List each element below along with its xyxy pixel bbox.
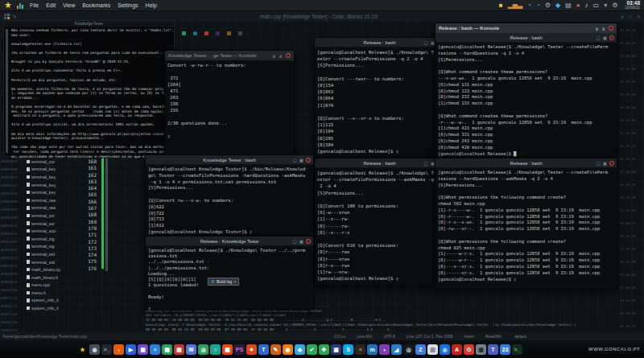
editor-scroll-handle[interactable] bbox=[105, 158, 108, 271]
star-icon[interactable]: ★ bbox=[4, 1, 12, 10]
close-tab-icon[interactable] bbox=[306, 158, 311, 163]
detach-tab-icon[interactable]: ▢ bbox=[424, 40, 428, 45]
remmina-icon[interactable]: m bbox=[367, 344, 378, 355]
scrollbar[interactable] bbox=[6, 29, 8, 153]
adobe-reader-icon[interactable]: A bbox=[452, 344, 462, 355]
file-list-item[interactable]: math_binary.cp bbox=[27, 265, 73, 274]
file-list-item[interactable]: terminal_scr bbox=[27, 212, 73, 220]
tab-menu-icon[interactable]: ▣ bbox=[299, 158, 303, 163]
close-icon[interactable]: × bbox=[233, 279, 236, 284]
telegram-icon[interactable]: T bbox=[258, 344, 269, 355]
file-list-item[interactable]: terminal_raw bbox=[27, 196, 73, 204]
maximize-icon[interactable]: ∧ bbox=[279, 53, 283, 59]
build-log-tab[interactable]: ⚙ Build log × bbox=[208, 278, 239, 286]
tab-release-bash[interactable]: Release : bash bbox=[510, 35, 542, 40]
teams-icon[interactable]: T bbox=[488, 344, 498, 355]
vpn-shield-icon[interactable]: ✚ bbox=[319, 344, 329, 355]
camera-icon[interactable]: ◎ bbox=[198, 344, 208, 355]
clock[interactable]: 03:48 10/09/21 bbox=[625, 1, 640, 10]
ocean-app-icon[interactable]: ◉ bbox=[440, 344, 450, 355]
menu-item[interactable]: Bookmarks bbox=[82, 2, 110, 8]
x-app-icon[interactable]: × bbox=[355, 344, 365, 355]
chart-app-icon[interactable]: ▦ bbox=[162, 344, 172, 355]
antivirus-shield-icon[interactable]: ✔ bbox=[307, 344, 317, 355]
file-list-item[interactable]: terminal_sco bbox=[27, 227, 73, 235]
histogram-icon[interactable]: ▂▅▃ bbox=[508, 2, 522, 9]
file-list-item[interactable]: terminal_std bbox=[27, 250, 73, 258]
tab-menu-icon[interactable]: ▣ bbox=[299, 239, 303, 244]
close-tab-icon[interactable] bbox=[609, 161, 614, 166]
file-list-item[interactable]: system_info_li bbox=[27, 304, 73, 312]
tab-menu-icon[interactable]: ▣ bbox=[603, 35, 607, 40]
close-tab-icon[interactable] bbox=[609, 35, 614, 40]
tools-icon[interactable]: ⚙ bbox=[545, 2, 551, 9]
krita-icon[interactable]: ✶ bbox=[246, 344, 257, 355]
writer-icon[interactable]: ≡ bbox=[150, 344, 160, 355]
tab-release-bash[interactable]: Release : bash bbox=[510, 161, 542, 166]
display-icon[interactable]: ▭ bbox=[593, 2, 600, 9]
file-list-item[interactable]: menu.cpp bbox=[27, 282, 73, 290]
ghost-app-icon[interactable]: ◗ bbox=[379, 344, 390, 355]
detach-tab-icon[interactable]: ▢ bbox=[597, 161, 601, 166]
mail-stamp-icon[interactable]: ✉ bbox=[186, 344, 196, 355]
menu-item[interactable]: Settings bbox=[118, 2, 138, 8]
minimize-icon[interactable]: ∨ bbox=[621, 14, 625, 20]
minimize-icon[interactable]: ∨ bbox=[272, 53, 275, 59]
tab-knowledge-tester-bash[interactable]: Knowledge Tester : bash bbox=[203, 158, 256, 163]
fin-app-icon[interactable]: ◢ bbox=[391, 344, 402, 355]
file-list-item[interactable]: system_info_li bbox=[27, 297, 73, 305]
menu-item[interactable]: Help bbox=[146, 2, 157, 8]
konsole-window-title[interactable]: Knowledge Tester : ..ge Teste — Konsole bbox=[168, 53, 257, 58]
file-list-item[interactable]: terminal_key bbox=[27, 173, 73, 181]
menu-item[interactable]: View bbox=[63, 2, 75, 8]
toolbar-icon[interactable] bbox=[193, 31, 197, 35]
notes-icon[interactable]: ▤ bbox=[427, 344, 438, 355]
file-list-item[interactable]: terminal_cur bbox=[27, 158, 73, 166]
sticky-note-icon[interactable]: ■ bbox=[499, 2, 503, 9]
obs-icon[interactable]: ◎ bbox=[403, 344, 414, 355]
close-icon[interactable] bbox=[609, 26, 613, 31]
net-gauge-icon[interactable]: ◔ bbox=[536, 2, 540, 9]
toolbar-icon[interactable] bbox=[204, 31, 208, 35]
phpstorm-icon[interactable]: PS bbox=[234, 344, 245, 355]
file-list-item[interactable]: terminal_std bbox=[27, 258, 73, 266]
file-list-item[interactable]: terminal_scr bbox=[27, 220, 73, 228]
file-list-item[interactable]: terminal_key bbox=[27, 188, 73, 196]
toolbar-icon[interactable] bbox=[216, 31, 220, 35]
calendar-icon[interactable]: 23 bbox=[500, 344, 510, 355]
maximize-icon[interactable]: ○ bbox=[629, 14, 632, 19]
toolbar-icon[interactable] bbox=[227, 31, 231, 35]
settings-gear-icon[interactable]: ⚙ bbox=[612, 2, 617, 9]
image-viewer-icon[interactable]: ▣ bbox=[138, 344, 148, 355]
konsole-window-title[interactable]: Release : bash — Konsole bbox=[439, 26, 499, 31]
tab-release-bash[interactable]: Release : bash bbox=[363, 161, 395, 166]
steam-icon[interactable]: ◉ bbox=[89, 344, 100, 355]
file-list-item[interactable]: math_binary.h bbox=[27, 274, 73, 282]
detach-tab-icon[interactable]: ▢ bbox=[597, 35, 601, 40]
pdf-viewer-icon[interactable]: ▤ bbox=[174, 344, 184, 355]
close-tab-icon[interactable] bbox=[306, 239, 311, 244]
menu-item[interactable]: Edit bbox=[46, 2, 56, 8]
expand-arrow-icon[interactable]: ▾ bbox=[604, 2, 607, 9]
close-icon[interactable]: × bbox=[637, 14, 640, 19]
calculator-icon[interactable]: ▦ bbox=[476, 344, 486, 355]
clipboard-icon[interactable]: ▤ bbox=[565, 2, 572, 9]
menu-item[interactable]: File bbox=[30, 2, 39, 8]
skype-icon[interactable]: S bbox=[343, 344, 353, 355]
file-list-item[interactable]: terminal_key bbox=[27, 166, 73, 174]
detach-tab-icon[interactable]: ▢ bbox=[293, 239, 297, 244]
kde-plasma-icon[interactable]: ◆ bbox=[555, 2, 560, 9]
tab-release-knowledge-teste[interactable]: Release : Knowledge Teste bbox=[200, 239, 259, 244]
volume-icon[interactable]: ♪ bbox=[585, 2, 588, 9]
cube-3d-icon[interactable]: ◆ bbox=[295, 344, 305, 355]
search-icon[interactable]: ○ bbox=[210, 344, 221, 355]
toolbar-icon[interactable] bbox=[182, 31, 186, 35]
cpu-gauge-icon[interactable]: ◔ bbox=[527, 2, 531, 9]
toolbar-icon[interactable] bbox=[238, 31, 242, 35]
close-icon[interactable] bbox=[286, 53, 291, 58]
firefox-icon[interactable]: ◗ bbox=[114, 344, 124, 355]
green-terminal-icon[interactable]: >_ bbox=[512, 344, 522, 355]
detach-tab-icon[interactable]: ▢ bbox=[293, 158, 297, 163]
maximize-icon[interactable]: ∧ bbox=[602, 26, 605, 31]
file-list-item[interactable]: terminal_sig bbox=[27, 243, 73, 251]
